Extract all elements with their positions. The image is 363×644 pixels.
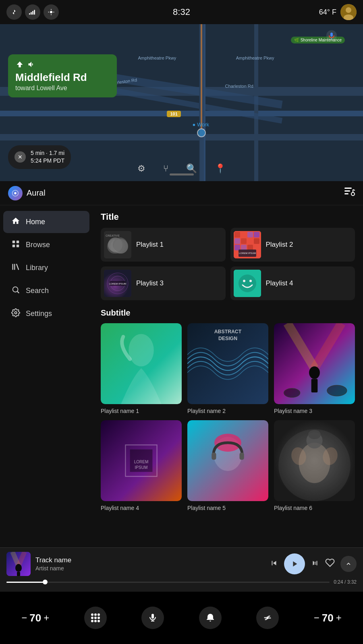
subtitle-grid: Playlist name 1 xyxy=(101,323,355,512)
prev-button[interactable] xyxy=(270,559,278,570)
playlist-card-3[interactable]: LOREM IPSUM Playlist 3 xyxy=(101,266,226,300)
map-location-button[interactable]: 📍 xyxy=(215,163,226,174)
svg-rect-49 xyxy=(254,238,259,244)
play-button[interactable] xyxy=(284,553,305,574)
like-button[interactable] xyxy=(325,558,335,570)
svg-rect-48 xyxy=(247,238,253,244)
bell-button[interactable] xyxy=(199,607,222,629)
vol-right-ctrl: − 70 + xyxy=(314,612,342,624)
subtitle-name-2: Playlist name 2 xyxy=(187,408,226,414)
road-label-amphitheatre2: Amphitheatre Pkwy xyxy=(236,56,274,60)
map-settings-button[interactable]: ⚙ xyxy=(137,163,145,174)
subtitle-card-1[interactable]: Playlist name 1 xyxy=(101,323,182,415)
vol-right-plus[interactable]: + xyxy=(336,612,342,623)
hwy-badge: 101 xyxy=(167,111,180,117)
svg-rect-43 xyxy=(241,232,247,237)
sidebar-item-browse[interactable]: Browse xyxy=(3,234,89,256)
subtitle-card-2[interactable]: ABSTRACT DESIGN Playlist name 2 xyxy=(187,323,268,415)
svg-rect-53 xyxy=(254,245,259,250)
navigation-card: Middlefield Rd toward Lowell Ave xyxy=(8,54,117,97)
progress-bar[interactable] xyxy=(6,582,330,583)
nav-street: Middlefield Rd xyxy=(15,71,87,84)
player-info: Track name Artist name xyxy=(35,556,265,572)
svg-point-16 xyxy=(197,129,205,137)
sidebar-library-label: Library xyxy=(26,264,48,272)
sidebar-item-settings[interactable]: Settings xyxy=(3,303,89,325)
eta-close-button[interactable]: ✕ xyxy=(15,151,26,163)
subtitle-card-5[interactable]: Playlist name 5 xyxy=(187,420,268,512)
vol-right-minus[interactable]: − xyxy=(314,612,319,623)
svg-rect-46 xyxy=(234,238,240,244)
svg-text:IPSUM: IPSUM xyxy=(135,465,148,470)
next-button[interactable] xyxy=(311,559,319,570)
svg-rect-21 xyxy=(344,188,352,189)
app-logo: Aural xyxy=(8,186,46,200)
vol-left-minus[interactable]: − xyxy=(21,612,27,623)
svg-line-34 xyxy=(17,291,19,293)
sidebar-item-search[interactable]: Search xyxy=(3,280,89,302)
svg-rect-42 xyxy=(234,232,240,237)
svg-point-97 xyxy=(15,564,22,572)
svg-rect-86 xyxy=(240,452,244,460)
subtitle-name-6: Playlist name 6 xyxy=(274,505,312,511)
svg-point-73 xyxy=(309,366,320,379)
player-controls xyxy=(270,553,357,574)
track-name: Track name xyxy=(35,556,265,564)
brightness-icon[interactable] xyxy=(44,4,59,20)
progress-fill xyxy=(6,582,45,583)
grid-button[interactable] xyxy=(84,607,107,629)
svg-rect-85 xyxy=(212,452,216,460)
svg-rect-47 xyxy=(241,238,247,244)
browse-icon xyxy=(11,239,20,250)
svg-point-103 xyxy=(94,617,97,619)
map-search-button[interactable]: 🔍 xyxy=(186,163,197,174)
svg-rect-67 xyxy=(187,323,268,404)
svg-text:CREATIVE: CREATIVE xyxy=(106,234,120,237)
map-route-button[interactable]: ⑂ xyxy=(163,163,168,174)
svg-point-39 xyxy=(114,239,128,254)
eta-minutes: 5 min xyxy=(31,150,44,156)
temperature: 64° F xyxy=(319,8,336,17)
svg-point-75 xyxy=(327,385,347,396)
svg-rect-18 xyxy=(330,33,333,37)
svg-text:ABSTRACT: ABSTRACT xyxy=(214,329,242,334)
playlist-card-4[interactable]: Playlist 4 xyxy=(230,266,355,300)
playlist-card-1[interactable]: CREATIVE Playlist 1 xyxy=(101,228,226,262)
svg-rect-98 xyxy=(17,572,20,576)
subtitle-card-4[interactable]: LOREM IPSUM Playlist name 4 xyxy=(101,420,182,512)
progress-time: 0:24 / 3:32 xyxy=(334,579,357,585)
app-header: Aural xyxy=(0,181,363,205)
svg-rect-3 xyxy=(34,10,35,15)
svg-point-106 xyxy=(94,620,97,622)
assistant-mic-icon[interactable] xyxy=(324,28,339,43)
sidebar-item-library[interactable]: Library xyxy=(3,257,89,279)
subtitle-card-3[interactable]: Playlist name 3 xyxy=(274,323,355,415)
status-left-icons xyxy=(6,4,59,20)
expand-button[interactable] xyxy=(340,556,357,572)
sidebar-item-home[interactable]: Home xyxy=(3,211,89,233)
subtitle-card-6[interactable]: Playlist name 6 xyxy=(274,420,355,512)
playlist-card-2[interactable]: LOREM IPSUM Playlist 2 xyxy=(230,228,355,262)
user-avatar[interactable] xyxy=(340,4,357,20)
nav-sound-icon[interactable] xyxy=(27,60,35,68)
svg-rect-1 xyxy=(31,12,32,14)
svg-point-100 xyxy=(94,613,97,616)
subtitle-name-4: Playlist name 4 xyxy=(101,505,139,511)
microphone-button[interactable] xyxy=(141,607,164,629)
bluetooth-icon[interactable] xyxy=(6,4,22,20)
svg-point-64 xyxy=(249,280,252,282)
svg-point-20 xyxy=(14,192,17,194)
vol-left-value: 70 xyxy=(29,612,41,624)
app-name: Aural xyxy=(27,188,46,198)
svg-text:LOREM: LOREM xyxy=(134,460,149,464)
svg-rect-27 xyxy=(12,241,15,243)
queue-icon[interactable] xyxy=(344,188,355,199)
svg-rect-30 xyxy=(17,245,19,247)
road-label-charleston2: Charleston Rd xyxy=(225,84,253,89)
vol-left-plus[interactable]: + xyxy=(44,612,49,623)
signal-icon[interactable] xyxy=(25,4,40,20)
subtitle-thumb-1 xyxy=(101,323,182,404)
player-album-art xyxy=(6,552,31,576)
player-bar: Track name Artist name xyxy=(0,547,363,592)
fan-button[interactable] xyxy=(256,607,279,629)
